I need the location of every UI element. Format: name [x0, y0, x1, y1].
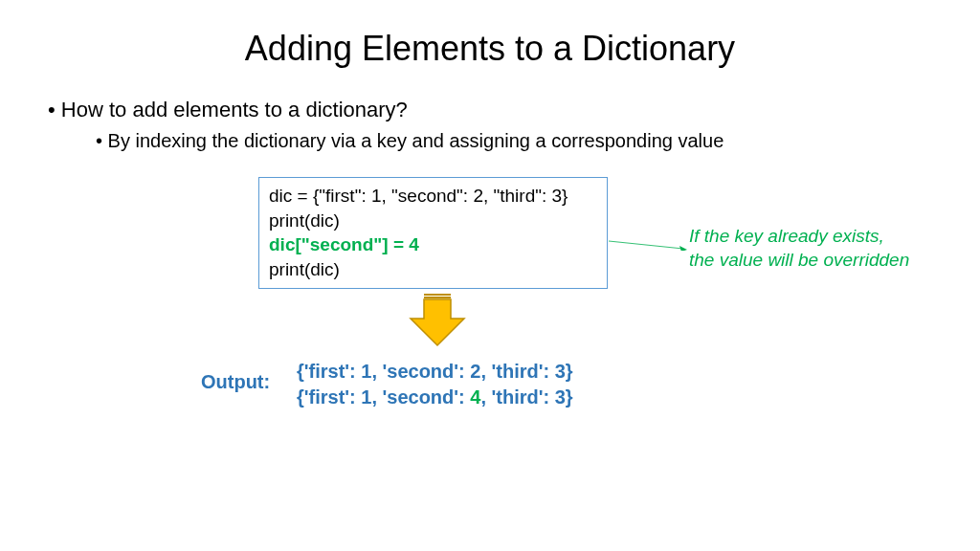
bullet-level-2: By indexing the dictionary via a key and…	[96, 130, 980, 152]
svg-line-0	[609, 241, 683, 249]
code-line-highlight: dic["second"] = 4	[269, 232, 597, 257]
code-box: dic = {"first": 1, "second": 2, "third":…	[258, 177, 608, 289]
annotation-text: If the key already exists, the value wil…	[689, 225, 909, 272]
down-arrow-icon	[409, 290, 466, 347]
annotation-line: the value will be overridden	[689, 249, 909, 273]
annotation-line: If the key already exists,	[689, 225, 909, 249]
svg-marker-1	[679, 246, 687, 251]
output-line: {'first': 1, 'second': 4, 'third': 3}	[297, 385, 573, 410]
connector-arrow-icon	[609, 239, 687, 251]
slide-title: Adding Elements to a Dictionary	[0, 29, 980, 69]
code-line: dic = {"first": 1, "second": 2, "third":…	[269, 184, 597, 209]
svg-rect-2	[424, 294, 451, 296]
code-line: print(dic)	[269, 257, 597, 282]
output-block: {'first': 1, 'second': 2, 'third': 3} {'…	[297, 359, 573, 410]
output-label: Output:	[201, 371, 270, 393]
svg-marker-4	[411, 299, 464, 345]
output-line: {'first': 1, 'second': 2, 'third': 3}	[297, 359, 573, 385]
svg-rect-3	[424, 297, 451, 298]
bullet-level-1: How to add elements to a dictionary?	[48, 98, 980, 122]
code-line: print(dic)	[269, 209, 597, 233]
